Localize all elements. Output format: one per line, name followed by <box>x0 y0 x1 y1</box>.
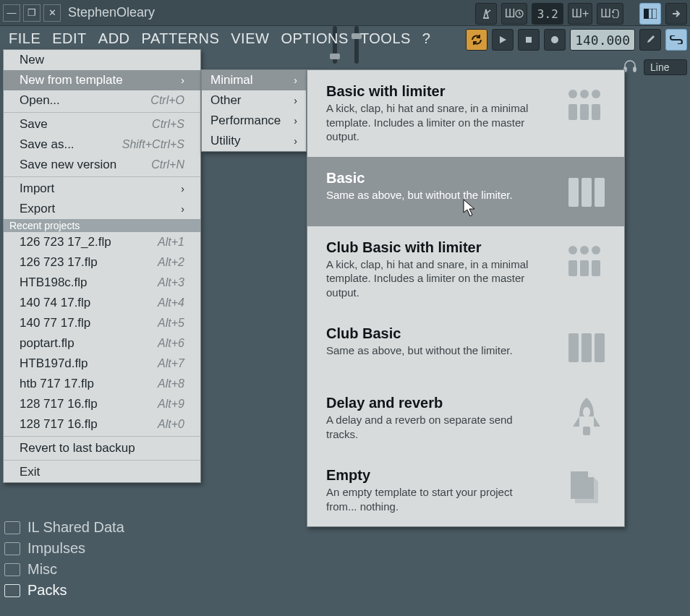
menu-patterns[interactable]: PATTERNS <box>142 30 220 47</box>
tempo-display[interactable]: 140.000 <box>570 29 635 51</box>
menu-options[interactable]: OPTIONS <box>281 30 349 47</box>
svg-point-20 <box>592 246 600 254</box>
template-category-label: Performance <box>210 114 281 128</box>
template-item[interactable]: BasicSame as above, but without the limi… <box>307 157 624 226</box>
svg-rect-28 <box>583 427 590 435</box>
file-menu-item-shortcut: Shift+Ctrl+S <box>122 138 184 151</box>
template-description: A kick, clap, hi hat and snare, in a min… <box>326 257 543 300</box>
file-menu-item[interactable]: 140 77 17.flpAlt+5 <box>4 313 200 333</box>
file-menu-item[interactable]: 126 723 17.flpAlt+2 <box>4 252 200 273</box>
file-menu-item[interactable]: Save as...Shift+Ctrl+S <box>4 134 200 155</box>
template-item[interactable]: Delay and reverbA delay and a reverb on … <box>307 382 624 454</box>
svg-rect-23 <box>592 260 600 276</box>
menu-add[interactable]: ADD <box>98 30 130 47</box>
wait-for-input-toggle[interactable]: Ш <box>501 3 528 25</box>
stop-button[interactable] <box>518 29 540 51</box>
chevron-right-icon: › <box>294 135 297 147</box>
file-menu-item[interactable]: 140 74 17.flpAlt+4 <box>4 293 200 313</box>
template-category-item[interactable]: Utility› <box>202 131 306 151</box>
record-button[interactable] <box>544 29 566 51</box>
svg-point-27 <box>583 407 590 417</box>
svg-point-10 <box>580 90 589 98</box>
menu-view[interactable]: VIEW <box>231 30 269 47</box>
browser-folder-label: Impulses <box>27 540 85 557</box>
menu-file[interactable]: FILE <box>9 30 41 47</box>
file-menu-item-label: New <box>20 53 44 67</box>
chevron-right-icon: › <box>181 183 184 194</box>
file-menu-item[interactable]: Exit <box>4 462 200 482</box>
folder-icon <box>4 521 20 534</box>
file-menu-item[interactable]: HTB197d.flpAlt+7 <box>4 354 200 374</box>
browser-folder[interactable]: Misc <box>4 561 124 578</box>
metronome-toggle[interactable] <box>475 3 497 25</box>
template-item[interactable]: Club Basic with limiterA kick, clap, hi … <box>307 226 624 313</box>
template-item[interactable]: EmptyAn empty template to start your pro… <box>307 454 624 526</box>
svg-rect-4 <box>652 9 652 19</box>
browser-folder-label: Misc <box>27 561 57 578</box>
browser-folder[interactable]: IL Shared Data <box>4 519 124 536</box>
folder-icon <box>4 542 20 555</box>
play-button[interactable] <box>492 29 514 51</box>
template-title: Club Basic <box>326 325 513 342</box>
file-menu-item[interactable]: New from template› <box>4 70 200 90</box>
menu-edit[interactable]: EDIT <box>52 30 87 47</box>
file-menu-item[interactable]: Revert to last backup <box>4 438 200 458</box>
template-category-item[interactable]: Other› <box>202 90 306 111</box>
file-menu-item-shortcut: Alt+7 <box>158 357 184 370</box>
file-menu-item[interactable]: htb 717 17.flpAlt+8 <box>4 374 200 394</box>
template-category-label: Other <box>210 93 242 108</box>
sync-button[interactable] <box>466 29 487 51</box>
template-icon <box>565 83 608 127</box>
file-menu-item-label: 128 717 16.flp <box>20 397 98 411</box>
file-menu-item[interactable]: SaveCtrl+S <box>4 114 200 134</box>
toolbar-transport: Ш 3.2 Ш+ Ш 140.000 Line <box>466 3 687 77</box>
svg-point-18 <box>568 246 577 254</box>
browser-folder[interactable]: Impulses <box>4 540 124 557</box>
template-title: Basic with limiter <box>326 83 543 100</box>
file-menu-item-shortcut: Alt+3 <box>158 276 184 289</box>
file-menu-item-label: HTB197d.flp <box>20 356 88 371</box>
chevron-right-icon: › <box>181 203 184 215</box>
view-piano-roll-button[interactable] <box>639 3 661 25</box>
file-menu-item-label: poptart.flp <box>20 336 74 351</box>
chevron-right-icon: › <box>294 74 297 86</box>
brush-tool-button[interactable] <box>639 29 661 51</box>
template-description: A kick, clap, hi hat and snare, in a min… <box>326 101 543 144</box>
svg-rect-17 <box>595 178 605 207</box>
close-button[interactable]: ✕ <box>43 4 61 22</box>
link-toggle-button[interactable] <box>665 29 687 51</box>
file-menu-item-label: 126 723 17_2.flp <box>20 235 111 249</box>
file-menu-item[interactable]: 128 717 16.flpAlt+0 <box>4 414 200 435</box>
template-item[interactable]: Club BasicSame as above, but without the… <box>307 312 624 382</box>
template-title: Club Basic with limiter <box>326 239 543 256</box>
countdown-toggle[interactable]: Ш+ <box>568 3 592 25</box>
file-menu-item[interactable]: Import› <box>4 179 200 199</box>
maximize-button[interactable]: ❐ <box>23 4 41 22</box>
file-menu-item[interactable]: Open...Ctrl+O <box>4 90 200 111</box>
file-menu-item[interactable]: Save new versionCtrl+N <box>4 155 200 175</box>
file-menu-item[interactable]: 126 723 17_2.flpAlt+1 <box>4 232 200 252</box>
pattern-length-display[interactable]: 3.2 <box>532 3 563 25</box>
view-next-button[interactable] <box>665 3 687 25</box>
minimize-button[interactable]: — <box>3 4 20 22</box>
file-menu-dropdown: NewNew from template›Open...Ctrl+OSaveCt… <box>3 49 201 483</box>
loop-record-toggle[interactable]: Ш <box>597 3 623 25</box>
file-menu-item[interactable]: poptart.flpAlt+6 <box>4 333 200 354</box>
file-menu-item-label: Save new version <box>20 158 116 172</box>
audio-output-selector[interactable]: Line <box>644 59 687 75</box>
file-menu-item[interactable]: HTB198c.flpAlt+3 <box>4 273 200 293</box>
menu-tools[interactable]: TOOLS <box>360 30 411 47</box>
file-menu-item-label: Save <box>20 117 48 132</box>
menu-help[interactable]: ? <box>422 30 431 47</box>
browser-folder[interactable]: Packs <box>4 582 124 599</box>
file-menu-item[interactable]: Export› <box>4 199 200 219</box>
file-menu-item[interactable]: New <box>4 50 200 70</box>
folder-icon <box>4 584 20 597</box>
file-menu-item[interactable]: 128 717 16.flpAlt+9 <box>4 394 200 414</box>
template-item[interactable]: Basic with limiterA kick, clap, hi hat a… <box>307 70 624 157</box>
template-category-item[interactable]: Minimal› <box>202 70 306 90</box>
file-menu-item-label: Export <box>20 202 55 216</box>
file-menu-item-shortcut: Ctrl+O <box>150 94 184 107</box>
template-category-item[interactable]: Performance› <box>202 111 306 131</box>
file-menu-item-shortcut: Alt+5 <box>158 317 184 330</box>
